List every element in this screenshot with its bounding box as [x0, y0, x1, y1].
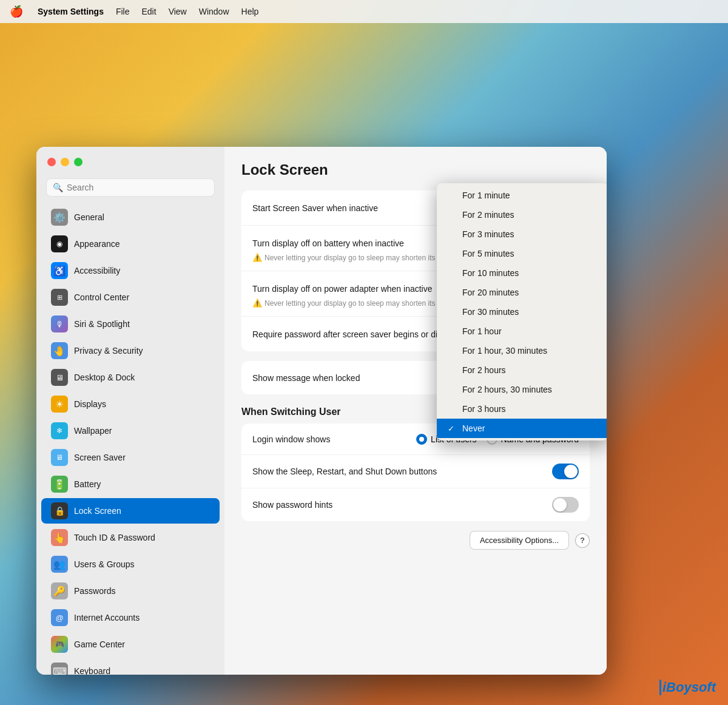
- sidebar-item-label-control-center: Control Center: [74, 292, 129, 302]
- accessibility-icon: ♿: [51, 262, 68, 279]
- sidebar-item-appearance[interactable]: ◉ Appearance: [41, 231, 220, 257]
- sidebar-item-keyboard[interactable]: ⌨ Keyboard: [41, 658, 220, 675]
- wallpaper-icon: ❄: [51, 422, 68, 439]
- sidebar-item-label-privacy: Privacy & Security: [74, 346, 143, 356]
- dropdown-item-never[interactable]: ✓ Never: [437, 419, 607, 438]
- sidebar-item-label-users: Users & Groups: [74, 559, 135, 569]
- menu-edit[interactable]: Edit: [142, 7, 157, 16]
- dropdown-item-3min[interactable]: For 3 minutes: [437, 224, 607, 244]
- dropdown-item-3hr[interactable]: For 3 hours: [437, 399, 607, 419]
- sidebar-item-internet[interactable]: @ Internet Accounts: [41, 605, 220, 630]
- password-hints-toggle[interactable]: [552, 497, 579, 513]
- close-button[interactable]: [47, 158, 56, 166]
- dropdown-item-1min[interactable]: For 1 minute: [437, 186, 607, 205]
- login-window-label: Login window shows: [252, 434, 330, 444]
- iboysoft-watermark: iBoysoft: [659, 680, 716, 695]
- sidebar-item-label-internet: Internet Accounts: [74, 613, 140, 622]
- sidebar-item-control-center[interactable]: ⊞ Control Center: [41, 285, 220, 310]
- display-adapter-sublabel: ⚠️ Never letting your display go to slee…: [252, 299, 448, 308]
- sidebar-item-label-desktop: Desktop & Dock: [74, 373, 135, 382]
- sidebar-item-label-passwords: Passwords: [74, 586, 115, 596]
- sidebar-item-accessibility[interactable]: ♿ Accessibility: [41, 258, 220, 283]
- battery-icon: 🔋: [51, 476, 68, 493]
- radio-list-users-circle: [416, 434, 427, 445]
- dropdown-item-1hr[interactable]: For 1 hour: [437, 322, 607, 341]
- menu-window[interactable]: Window: [199, 7, 229, 16]
- dropdown-item-2hr30min[interactable]: For 2 hours, 30 minutes: [437, 380, 607, 399]
- touchid-icon: 👆: [51, 529, 68, 546]
- menu-view[interactable]: View: [169, 7, 187, 16]
- apple-menu-icon[interactable]: 🍎: [10, 5, 23, 18]
- dropdown-item-5min[interactable]: For 5 minutes: [437, 244, 607, 263]
- search-box[interactable]: 🔍: [46, 178, 215, 197]
- display-battery-sublabel: ⚠️ Never letting your display go to slee…: [252, 253, 448, 262]
- page-title: Lock Screen: [241, 161, 590, 178]
- sidebar-item-passwords[interactable]: 🔑 Passwords: [41, 578, 220, 604]
- password-hints-thumb: [553, 498, 567, 511]
- sidebar-item-label-accessibility: Accessibility: [74, 266, 120, 275]
- desktop-icon: 🖥: [51, 369, 68, 386]
- keyboard-icon: ⌨: [51, 663, 68, 675]
- menu-file[interactable]: File: [116, 7, 130, 16]
- sidebar-item-screensaver[interactable]: 🖥 Screen Saver: [41, 445, 220, 470]
- control-center-icon: ⊞: [51, 289, 68, 306]
- sidebar-item-siri[interactable]: 🎙 Siri & Spotlight: [41, 311, 220, 337]
- accessibility-options-button[interactable]: Accessibility Options...: [470, 531, 569, 550]
- sidebar-item-privacy[interactable]: 🤚 Privacy & Security: [41, 338, 220, 363]
- sidebar-item-lockscreen[interactable]: 🔒 Lock Screen: [41, 498, 220, 524]
- sidebar-item-label-lockscreen: Lock Screen: [74, 506, 121, 516]
- sidebar-item-gamecenter[interactable]: 🎮 Game Center: [41, 632, 220, 657]
- minimize-button[interactable]: [61, 158, 69, 166]
- sidebar-item-label-battery: Battery: [74, 479, 101, 489]
- sidebar-item-wallpaper[interactable]: ❄ Wallpaper: [41, 418, 220, 444]
- maximize-button[interactable]: [74, 158, 83, 166]
- search-input[interactable]: [67, 183, 208, 192]
- dropdown-item-2min[interactable]: For 2 minutes: [437, 205, 607, 224]
- users-icon: 👥: [51, 556, 68, 573]
- sidebar-item-battery[interactable]: 🔋 Battery: [41, 471, 220, 497]
- screensaver-icon: 🖥: [51, 449, 68, 466]
- sidebar: 🔍 ⚙️ General ◉ Appearance ♿ Accessibilit…: [36, 147, 224, 675]
- sleep-restart-row: Show the Sleep, Restart, and Shut Down b…: [241, 455, 590, 488]
- help-button[interactable]: ?: [575, 533, 590, 548]
- sleep-restart-thumb: [564, 465, 578, 478]
- sidebar-item-label-touchid: Touch ID & Password: [74, 533, 155, 542]
- dropdown-item-20min[interactable]: For 20 minutes: [437, 283, 607, 302]
- sidebar-item-displays[interactable]: ☀ Displays: [41, 391, 220, 417]
- time-dropdown-popup: For 1 minute For 2 minutes For 3 minutes…: [437, 183, 607, 440]
- sidebar-item-label-appearance: Appearance: [74, 239, 120, 249]
- menu-help[interactable]: Help: [241, 7, 259, 16]
- sidebar-item-desktop[interactable]: 🖥 Desktop & Dock: [41, 365, 220, 390]
- checkmark-never: ✓: [448, 424, 457, 433]
- system-settings-window: 🔍 ⚙️ General ◉ Appearance ♿ Accessibilit…: [36, 147, 607, 675]
- password-hints-row: Show password hints: [241, 488, 590, 521]
- sidebar-item-users[interactable]: 👥 Users & Groups: [41, 552, 220, 577]
- password-hints-label: Show password hints: [252, 500, 332, 510]
- show-message-label: Show message when locked: [252, 373, 360, 383]
- gamecenter-icon: 🎮: [51, 636, 68, 653]
- sleep-restart-toggle[interactable]: [552, 464, 579, 479]
- internet-icon: @: [51, 609, 68, 626]
- sidebar-item-label-wallpaper: Wallpaper: [74, 426, 112, 436]
- sidebar-item-label-siri: Siri & Spotlight: [74, 319, 130, 329]
- display-battery-label: Turn display off on battery when inactiv…: [252, 238, 404, 248]
- search-icon: 🔍: [53, 183, 63, 192]
- dropdown-item-10min[interactable]: For 10 minutes: [437, 263, 607, 283]
- dropdown-item-1hr30min[interactable]: For 1 hour, 30 minutes: [437, 341, 607, 360]
- passwords-icon: 🔑: [51, 582, 68, 599]
- watermark-pipe: [659, 680, 661, 695]
- dropdown-item-30min[interactable]: For 30 minutes: [437, 302, 607, 322]
- sidebar-item-label-gamecenter: Game Center: [74, 639, 125, 649]
- content-area: Lock Screen Start Screen Saver when inac…: [224, 147, 607, 675]
- dropdown-item-2hr[interactable]: For 2 hours: [437, 360, 607, 380]
- general-icon: ⚙️: [51, 209, 68, 226]
- sidebar-item-general[interactable]: ⚙️ General: [41, 204, 220, 230]
- siri-icon: 🎙: [51, 315, 68, 332]
- sidebar-item-touchid[interactable]: 👆 Touch ID & Password: [41, 525, 220, 550]
- sidebar-item-label-displays: Displays: [74, 399, 106, 409]
- sidebar-item-label-general: General: [74, 212, 104, 222]
- warning-icon-battery: ⚠️: [252, 253, 262, 262]
- appearance-icon: ◉: [51, 235, 68, 252]
- display-adapter-label: Turn display off on power adapter when i…: [252, 284, 433, 294]
- watermark-text: iBoysoft: [662, 680, 716, 695]
